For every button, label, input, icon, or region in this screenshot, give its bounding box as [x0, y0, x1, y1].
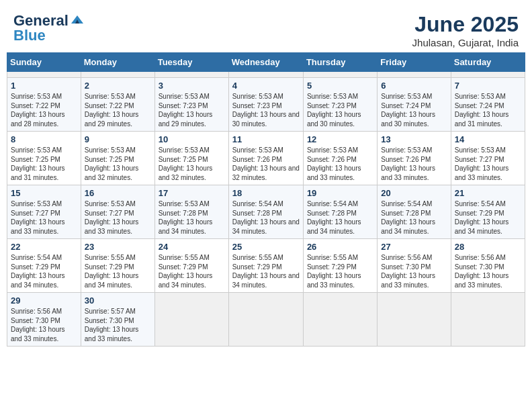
logo-icon [70, 14, 85, 25]
day-number: 7 [455, 81, 521, 91]
dow-header-tuesday: Tuesday [154, 53, 228, 72]
day-number: 17 [159, 188, 225, 198]
day-number: 8 [11, 134, 77, 144]
calendar-cell: 14Sunrise: 5:53 AMSunset: 7:27 PMDayligh… [451, 132, 525, 185]
title-area: June 2025 Jhulasan, Gujarat, India [412, 12, 519, 48]
day-number: 28 [455, 242, 521, 252]
cell-info: Sunrise: 5:53 AMSunset: 7:23 PMDaylight:… [232, 92, 300, 128]
cell-info: Sunrise: 5:54 AMSunset: 7:28 PMDaylight:… [381, 199, 447, 236]
dow-header-monday: Monday [81, 53, 154, 72]
calendar-cell: 29Sunrise: 5:56 AMSunset: 7:30 PMDayligh… [7, 293, 81, 347]
calendar-cell: 28Sunrise: 5:56 AMSunset: 7:30 PMDayligh… [451, 239, 525, 293]
cell-info: Sunrise: 5:56 AMSunset: 7:30 PMDaylight:… [381, 253, 447, 289]
dow-header-thursday: Thursday [303, 53, 377, 72]
calendar-cell [228, 72, 303, 78]
calendar-cell: 22Sunrise: 5:54 AMSunset: 7:29 PMDayligh… [7, 239, 81, 293]
day-number: 25 [232, 242, 300, 252]
cell-info: Sunrise: 5:53 AMSunset: 7:23 PMDaylight:… [159, 92, 225, 128]
day-number: 26 [307, 242, 373, 252]
day-number: 23 [85, 242, 151, 252]
cell-info: Sunrise: 5:54 AMSunset: 7:28 PMDaylight:… [232, 199, 300, 236]
cell-info: Sunrise: 5:55 AMSunset: 7:29 PMDaylight:… [232, 253, 300, 289]
day-number: 22 [11, 242, 77, 252]
day-number: 10 [159, 134, 225, 144]
calendar-cell: 13Sunrise: 5:53 AMSunset: 7:26 PMDayligh… [378, 132, 451, 185]
day-number: 16 [85, 188, 151, 198]
calendar-cell: 27Sunrise: 5:56 AMSunset: 7:30 PMDayligh… [378, 239, 451, 293]
calendar-cell [378, 293, 451, 347]
calendar-cell [378, 72, 451, 78]
day-number: 29 [11, 295, 77, 306]
calendar-cell: 21Sunrise: 5:54 AMSunset: 7:29 PMDayligh… [451, 185, 525, 239]
calendar-cell: 8Sunrise: 5:53 AMSunset: 7:25 PMDaylight… [7, 132, 81, 185]
day-number: 12 [307, 134, 373, 144]
cell-info: Sunrise: 5:53 AMSunset: 7:27 PMDaylight:… [85, 199, 151, 236]
calendar-cell: 2Sunrise: 5:53 AMSunset: 7:22 PMDaylight… [81, 78, 154, 132]
calendar-cell: 7Sunrise: 5:53 AMSunset: 7:24 PMDaylight… [451, 78, 525, 132]
calendar-cell [451, 293, 525, 347]
calendar-cell: 10Sunrise: 5:53 AMSunset: 7:25 PMDayligh… [154, 132, 228, 185]
calendar-cell [451, 72, 525, 78]
cell-info: Sunrise: 5:53 AMSunset: 7:26 PMDaylight:… [381, 146, 447, 182]
calendar-cell: 15Sunrise: 5:53 AMSunset: 7:27 PMDayligh… [7, 185, 81, 239]
day-number: 30 [85, 295, 151, 306]
calendar-cell: 19Sunrise: 5:54 AMSunset: 7:28 PMDayligh… [303, 185, 377, 239]
day-number: 4 [232, 81, 300, 91]
calendar: SundayMondayTuesdayWednesdayThursdayFrid… [7, 52, 525, 347]
calendar-cell: 3Sunrise: 5:53 AMSunset: 7:23 PMDaylight… [154, 78, 228, 132]
calendar-cell [303, 72, 377, 78]
calendar-cell: 4Sunrise: 5:53 AMSunset: 7:23 PMDaylight… [228, 78, 303, 132]
cell-info: Sunrise: 5:53 AMSunset: 7:25 PMDaylight:… [159, 146, 225, 182]
day-number: 6 [381, 81, 447, 91]
calendar-cell [303, 293, 377, 347]
day-number: 20 [381, 188, 447, 198]
day-number: 5 [307, 81, 373, 91]
cell-info: Sunrise: 5:55 AMSunset: 7:29 PMDaylight:… [159, 253, 225, 289]
day-number: 14 [455, 134, 521, 144]
cell-info: Sunrise: 5:53 AMSunset: 7:27 PMDaylight:… [11, 199, 77, 236]
calendar-cell: 1Sunrise: 5:53 AMSunset: 7:22 PMDaylight… [7, 78, 81, 132]
calendar-cell: 25Sunrise: 5:55 AMSunset: 7:29 PMDayligh… [228, 239, 303, 293]
day-number: 24 [159, 242, 225, 252]
calendar-cell: 26Sunrise: 5:55 AMSunset: 7:29 PMDayligh… [303, 239, 377, 293]
calendar-cell [228, 293, 303, 347]
cell-info: Sunrise: 5:53 AMSunset: 7:26 PMDaylight:… [307, 146, 373, 182]
calendar-cell: 30Sunrise: 5:57 AMSunset: 7:30 PMDayligh… [81, 293, 154, 347]
calendar-cell: 11Sunrise: 5:53 AMSunset: 7:26 PMDayligh… [228, 132, 303, 185]
cell-info: Sunrise: 5:53 AMSunset: 7:24 PMDaylight:… [455, 92, 521, 128]
cell-info: Sunrise: 5:53 AMSunset: 7:28 PMDaylight:… [159, 199, 225, 236]
calendar-cell: 17Sunrise: 5:53 AMSunset: 7:28 PMDayligh… [154, 185, 228, 239]
day-number: 11 [232, 134, 300, 144]
cell-info: Sunrise: 5:53 AMSunset: 7:24 PMDaylight:… [381, 92, 447, 128]
calendar-cell: 16Sunrise: 5:53 AMSunset: 7:27 PMDayligh… [81, 185, 154, 239]
cell-info: Sunrise: 5:53 AMSunset: 7:26 PMDaylight:… [232, 146, 300, 182]
calendar-cell [7, 72, 81, 78]
calendar-cell [154, 72, 228, 78]
calendar-cell: 5Sunrise: 5:53 AMSunset: 7:23 PMDaylight… [303, 78, 377, 132]
dow-header-friday: Friday [378, 53, 451, 72]
day-number: 21 [455, 188, 521, 198]
day-number: 1 [11, 81, 77, 91]
dow-header-saturday: Saturday [451, 53, 525, 72]
cell-info: Sunrise: 5:53 AMSunset: 7:25 PMDaylight:… [85, 146, 151, 182]
day-number: 27 [381, 242, 447, 252]
cell-info: Sunrise: 5:56 AMSunset: 7:30 PMDaylight:… [455, 253, 521, 289]
day-number: 18 [232, 188, 300, 198]
day-number: 13 [381, 134, 447, 144]
calendar-cell: 9Sunrise: 5:53 AMSunset: 7:25 PMDaylight… [81, 132, 154, 185]
cell-info: Sunrise: 5:54 AMSunset: 7:29 PMDaylight:… [455, 199, 521, 236]
header: General Blue June 2025 Jhulasan, Gujarat… [7, 7, 525, 52]
day-number: 15 [11, 188, 77, 198]
cell-info: Sunrise: 5:54 AMSunset: 7:28 PMDaylight:… [307, 199, 373, 236]
logo-blue: Blue [13, 27, 46, 44]
calendar-cell [154, 293, 228, 347]
calendar-cell: 23Sunrise: 5:55 AMSunset: 7:29 PMDayligh… [81, 239, 154, 293]
cell-info: Sunrise: 5:53 AMSunset: 7:22 PMDaylight:… [85, 92, 151, 128]
day-number: 3 [159, 81, 225, 91]
cell-info: Sunrise: 5:56 AMSunset: 7:30 PMDaylight:… [11, 307, 77, 343]
cell-info: Sunrise: 5:53 AMSunset: 7:25 PMDaylight:… [11, 146, 77, 182]
calendar-cell: 12Sunrise: 5:53 AMSunset: 7:26 PMDayligh… [303, 132, 377, 185]
dow-header-wednesday: Wednesday [228, 53, 303, 72]
calendar-cell: 20Sunrise: 5:54 AMSunset: 7:28 PMDayligh… [378, 185, 451, 239]
cell-info: Sunrise: 5:53 AMSunset: 7:22 PMDaylight:… [11, 92, 77, 128]
